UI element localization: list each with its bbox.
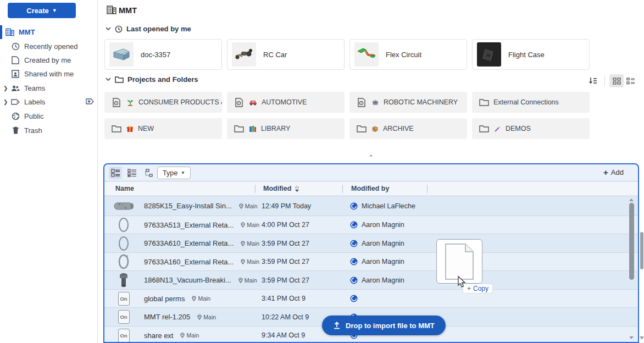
flat-list-view-icon[interactable] (109, 167, 122, 179)
table-row[interactable]: 97633A610_External Reta... Main 3:59 PM … (104, 234, 638, 252)
branch-chip: Main (238, 277, 257, 284)
globe-icon (11, 112, 20, 120)
recent-section-title: Last opened by me (126, 25, 191, 33)
scroll-up-arrow[interactable] (629, 198, 634, 202)
document-card[interactable]: RC Car (227, 39, 345, 70)
tree-view-icon[interactable] (142, 167, 155, 179)
sidebar-item-label: Trash (24, 126, 42, 135)
column-resize-handle[interactable] (255, 185, 256, 193)
column-resize-handle[interactable] (342, 185, 343, 193)
part-thumbnail-ring (112, 235, 135, 252)
sidebar-item-labels[interactable]: ❯ Labels (0, 95, 97, 109)
file-name: share ext (144, 331, 173, 340)
add-button-label: Add (611, 168, 624, 176)
chevron-down-icon: ▼ (52, 8, 57, 13)
drop-import-label: Drop to import file to MMT (346, 322, 435, 330)
document-card[interactable]: Flight Case (472, 39, 590, 70)
folder-card[interactable]: LIBRARY (227, 118, 345, 139)
scroll-down-arrow[interactable] (629, 336, 634, 340)
document-card-name: Flex Circuit (386, 51, 421, 59)
table-row[interactable]: 8285K15_Easy-Install Sin... Main 12:49 P… (104, 197, 638, 215)
modified-by-name: Aaron Magnin (362, 258, 404, 265)
document-card-name: doc-3357 (141, 51, 170, 59)
branch-chip: Main (241, 240, 259, 247)
sort-descending-icon[interactable] (295, 185, 299, 192)
sidebar-item-label: Teams (24, 84, 45, 92)
column-resize-handle[interactable] (427, 185, 428, 193)
projects-section-header[interactable]: Projects and Folders (106, 75, 198, 84)
sidebar-item-mmt[interactable]: MMT (0, 25, 97, 39)
add-label-icon[interactable] (84, 98, 94, 106)
clock-icon (115, 25, 123, 33)
robot-emoji (371, 99, 379, 106)
teams-icon (11, 85, 20, 92)
sidebar-item-shared-with-me[interactable]: Shared with me (0, 67, 97, 81)
divider (604, 75, 605, 86)
package-emoji (371, 125, 379, 132)
sidebar-item-label: Created by me (24, 56, 71, 64)
column-header-modified[interactable]: Modified (263, 185, 291, 192)
project-card[interactable]: ROBOTIC MACHINERY (349, 92, 467, 113)
branch-chip: Main (180, 332, 199, 339)
column-header-modified-by[interactable]: Modified by (351, 185, 389, 192)
table-row[interactable]: 97633A513_External Reta... Main 4:00 PM … (104, 215, 638, 234)
plus-icon: + (603, 168, 608, 177)
folder-card[interactable]: External Connections (472, 92, 590, 113)
sidebar-item-teams[interactable]: ❯ Teams (0, 81, 97, 95)
collapse-panel-button[interactable]: ⌃ (363, 154, 379, 161)
company-icon (107, 5, 116, 14)
document-thumbnail (109, 42, 134, 67)
grid-view-button[interactable] (609, 74, 624, 87)
branch-chip: Main (241, 258, 259, 265)
folder-card[interactable]: DEMOS (472, 118, 590, 139)
project-card[interactable]: AUTOMOTIVE (227, 92, 345, 113)
folder-card[interactable]: ARCHIVE (349, 118, 467, 139)
recent-section-header[interactable]: Last opened by me (106, 25, 191, 33)
label-icon (11, 98, 20, 106)
sidebar-item-recently-opened[interactable]: Recently opened (0, 40, 97, 53)
projects-section-title: Projects and Folders (127, 75, 198, 84)
sort-icon[interactable] (586, 74, 600, 87)
branch-chip: Main (192, 295, 210, 302)
create-button[interactable]: Create ▼ (8, 3, 76, 18)
modified-time: 3:59 PM Oct 27 (262, 253, 309, 272)
document-icon (11, 56, 20, 64)
document-card[interactable]: doc-3357 (104, 39, 222, 70)
page-scroll-down-arrow[interactable] (639, 336, 644, 340)
car-emoji (249, 99, 257, 106)
table-scrollbar-thumb[interactable] (629, 203, 634, 280)
table-row[interactable]: On global perms Main 3:41 PM Oct 9 (104, 289, 638, 308)
chevron-down-icon[interactable] (106, 27, 111, 31)
sidebar-item-trash[interactable]: Trash (0, 124, 97, 137)
column-header-name[interactable]: Name (115, 185, 134, 192)
sidebar-item-created-by-me[interactable]: Created by me (0, 53, 97, 67)
avatar (350, 295, 358, 302)
branch-chip: Main (239, 203, 258, 209)
folder-card-name: ARCHIVE (383, 125, 414, 132)
table-row[interactable]: 1868N13_Vacuum-Breaki... Main 3:59 PM Oc… (104, 270, 638, 289)
chevron-right-icon[interactable]: ❯ (3, 85, 11, 91)
avatar (350, 240, 358, 247)
folder-card[interactable]: NEW (104, 118, 222, 139)
drop-import-hint[interactable]: Drop to import file to MMT (322, 316, 446, 335)
file-name: 8285K15_Easy-Install Sin... (144, 202, 232, 210)
folder-icon (479, 125, 489, 132)
project-card[interactable]: CONSUMER PRODUCTS & RE... (104, 92, 222, 113)
document-card[interactable]: Flex Circuit (349, 39, 467, 70)
page-scrollbar-thumb[interactable] (640, 232, 643, 269)
modified-time: 9:34 AM Oct 9 (262, 327, 305, 343)
folder-card-name: DEMOS (506, 125, 531, 132)
wand-emoji (494, 125, 501, 132)
list-view-button[interactable] (624, 74, 638, 87)
clock-icon (11, 42, 20, 51)
table-row[interactable]: 97633A160_External Reta... Main 3:59 PM … (104, 252, 638, 271)
view-toggle-group (586, 74, 638, 87)
type-filter-dropdown[interactable]: Type ▼ (157, 167, 191, 179)
document-thumbnail (477, 42, 501, 67)
modified-time: 3:59 PM Oct 27 (262, 234, 309, 253)
sidebar-item-public[interactable]: Public (0, 109, 97, 123)
chevron-right-icon[interactable]: ❯ (3, 99, 11, 105)
chevron-down-icon[interactable] (106, 78, 111, 81)
grouped-list-view-icon[interactable] (125, 167, 138, 179)
add-button[interactable]: + Add (603, 168, 624, 177)
